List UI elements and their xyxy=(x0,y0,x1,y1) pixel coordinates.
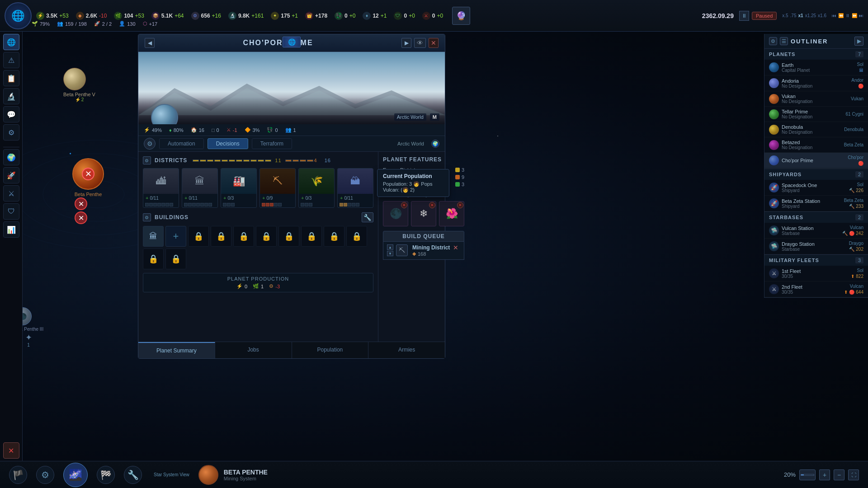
2nd-fleet-up-arrow: ⬆ xyxy=(844,290,848,295)
districts-gear-icon[interactable]: ⚙ xyxy=(143,156,151,164)
sidebar-icon-0[interactable]: 🌐 xyxy=(3,34,19,50)
outliner-item-chopor[interactable]: Cho'por Prime Cho'por 🔴 xyxy=(764,153,868,169)
empire-logo[interactable]: 🌐 xyxy=(5,2,32,29)
outliner-gear-btn[interactable]: ⚙ xyxy=(769,37,777,45)
buildings-extra-btn[interactable]: 🔧 xyxy=(362,212,373,222)
decisions-btn[interactable]: Decisions xyxy=(208,138,248,149)
panel-nav-next[interactable]: ▶ xyxy=(401,38,411,48)
outliner-shipyards-header[interactable]: SHIPYARDS 2 xyxy=(764,169,868,180)
outliner-item-denobula[interactable]: Denobula No Designation Denobula xyxy=(764,122,868,137)
sidebar-icon-9[interactable]: 🛡 xyxy=(3,203,19,220)
sidebar-icon-1[interactable]: ⚠ xyxy=(3,52,19,68)
district-special[interactable]: 🏔 + 0/11 xyxy=(337,168,373,208)
beta-penthe-orb: ✕ xyxy=(72,158,104,190)
bq-close-btn[interactable]: ✕ xyxy=(453,244,460,252)
food-value: 104 xyxy=(124,13,133,19)
tab-planet-summary[interactable]: Planet Summary xyxy=(138,342,215,358)
bq-up-arrow[interactable]: ▲ xyxy=(387,244,393,250)
zoom-in-btn[interactable]: + xyxy=(819,469,830,480)
pop-growth-item: 🌱 79% xyxy=(32,21,50,27)
tab-jobs[interactable]: Jobs xyxy=(215,342,292,358)
bottom-icon-system[interactable]: 🌌 xyxy=(63,463,88,487)
district-mining[interactable]: ⛏ + 0/9 xyxy=(259,168,296,208)
fleets-section-label: MILITARY FLEETS xyxy=(769,258,819,263)
blocker-3-remove[interactable]: ✕ xyxy=(457,202,463,208)
buildings-gear-icon[interactable]: ⚙ xyxy=(143,213,151,221)
blocker-2-remove[interactable]: ✕ xyxy=(429,202,435,208)
automation-btn[interactable]: Automation xyxy=(159,138,204,149)
pops-stat[interactable]: 👥 1 xyxy=(285,127,296,133)
outliner-list-btn[interactable]: ☰ xyxy=(780,37,788,45)
outliner-item-tellar[interactable]: Tellar Prime No Designation 61 Cygni xyxy=(764,107,868,122)
outliner-item-betazeta-station[interactable]: 🚀 Beta Zeta Station Shipyard Beta Zeta 🔨… xyxy=(764,196,868,211)
tellar-planet-icon xyxy=(769,109,779,119)
sidebar-icon-8[interactable]: ⚔ xyxy=(3,185,19,202)
special-resource-btn[interactable]: 🔮 xyxy=(452,7,470,25)
outliner-item-spacedock[interactable]: 🚀 Spacedock One Shipyard Sol 🔨 226 xyxy=(764,180,868,196)
bottom-icon-flag[interactable]: 🏴 xyxy=(9,466,27,484)
sidebar-icon-7[interactable]: 🚀 xyxy=(3,167,19,183)
fullscreen-btn[interactable]: ⛶ xyxy=(848,469,859,480)
automation-gear-btn[interactable]: ⚙ xyxy=(144,138,156,150)
sidebar-icon-3[interactable]: 🔬 xyxy=(3,88,19,104)
outliner-item-draygo-station[interactable]: 🛸 Draygo Station Starbase Draygo 🔨 202 xyxy=(764,239,868,254)
bottom-icon-tech[interactable]: ⚙ xyxy=(36,466,54,484)
sidebar-icon-close[interactable]: ✕ xyxy=(3,442,19,459)
bq-down-arrow[interactable]: ▼ xyxy=(387,251,393,256)
system-planet-icon xyxy=(198,465,218,485)
outliner-item-earth[interactable]: Earth Capital Planet Sol 🏛 xyxy=(764,60,868,75)
outliner-item-betazed[interactable]: Betazed No Designation Beta Zeta xyxy=(764,137,868,153)
buildings-label: BUILDINGS xyxy=(155,214,189,221)
panel-eye-btn[interactable]: 👁 xyxy=(414,38,426,48)
outliner-collapse-btn[interactable]: ▶ xyxy=(854,37,863,46)
slot xyxy=(200,203,204,206)
outliner-item-andoria[interactable]: Andoria No Designation Andor 🔴 xyxy=(764,75,868,91)
district-agriculture[interactable]: 🌾 + 0/3 xyxy=(298,168,335,208)
sidebar-icon-6[interactable]: 🌍 xyxy=(3,149,19,165)
zoom-bar[interactable] xyxy=(799,469,816,480)
pause-btn[interactable]: ⏸ xyxy=(739,11,749,21)
building-slot-locked-9: 🔒 xyxy=(143,249,164,269)
panel-close-btn[interactable]: ✕ xyxy=(429,38,439,48)
bottom-icon-empire[interactable]: 🏁 xyxy=(97,466,115,484)
tellar-subtitle: No Designation xyxy=(782,114,843,119)
outliner-fleets-header[interactable]: MILITARY FLEETS 3 xyxy=(764,255,868,266)
sidebar-icon-2[interactable]: 📋 xyxy=(3,70,19,86)
panel-nav-prev[interactable]: ◀ xyxy=(145,38,155,48)
tab-armies[interactable]: Armies xyxy=(368,342,445,358)
sidebar-icon-10[interactable]: 📊 xyxy=(3,221,19,238)
tab-population[interactable]: Population xyxy=(292,342,369,358)
zoom-out-btn[interactable]: − xyxy=(834,469,844,480)
map-beta-penthe[interactable]: ✕ 🔹 ✕ ✕ Beta Penthe xyxy=(72,158,104,197)
production-row: ⚡ 0 🌿 1 ⚙ -3 xyxy=(148,283,368,289)
sidebar-icon-4[interactable]: 💬 xyxy=(3,106,19,122)
outliner-item-1st-fleet[interactable]: ⚔ 1st Fleet 30/35 Sol ⬆ 822 xyxy=(764,266,868,282)
building-slot-locked-10: 🔒 xyxy=(165,249,186,269)
outliner-planets-header[interactable]: PLANETS 7 xyxy=(764,49,868,60)
district-industrial[interactable]: 🏭 + 0/3 xyxy=(221,168,257,208)
2nd-fleet-system: Vulcan xyxy=(850,284,863,289)
building-slot-1[interactable]: 🏛 xyxy=(143,226,164,247)
sidebar-icon-5[interactable]: ⚙ xyxy=(3,124,19,141)
top-bar: 🌐 ⚡ 3.5K +53 ◆ 2.6K -10 🌿 104 +53 📦 5.1K… xyxy=(0,0,868,32)
pops-stat-val: 1 xyxy=(293,127,296,133)
outliner-item-vulcan-station[interactable]: 🛸 Vulcan Station Starbase Vulcan 🔨 🔴 242 xyxy=(764,223,868,239)
outliner-item-2nd-fleet[interactable]: ⚔ 2nd Fleet 30/35 Vulcan ⬆ 🔴 644 xyxy=(764,282,868,297)
building-add-btn[interactable]: + xyxy=(165,226,186,247)
outliner-item-vulcan[interactable]: Vukan No Designation Vukan xyxy=(764,91,868,107)
bottom-icon-tools[interactable]: 🔧 xyxy=(124,466,142,484)
chopor-alert: 🔴 xyxy=(858,161,863,166)
crime-stat-val: -1 xyxy=(233,127,237,133)
districts-count: 16 xyxy=(325,158,331,163)
outliner-starbases-header[interactable]: STARBASES 2 xyxy=(764,212,868,223)
blocker-1-remove[interactable]: ✕ xyxy=(401,202,407,208)
influence-resource: 👑 +178 xyxy=(305,12,327,20)
map-beta5[interactable]: Beta Penthe V ⚡2 xyxy=(63,68,95,102)
terraform-btn[interactable]: Terraform xyxy=(252,138,292,149)
district-agriculture-slots: 0/3 xyxy=(305,196,311,201)
district-industrial-img: 🏭 xyxy=(221,169,256,194)
district-city-2[interactable]: 🏛 + 0/11 xyxy=(182,168,218,208)
district-city-1[interactable]: 🏙 + 0/11 xyxy=(143,168,179,208)
cap-seg-or2 xyxy=(292,160,299,162)
cap-seg-1 xyxy=(193,160,199,162)
